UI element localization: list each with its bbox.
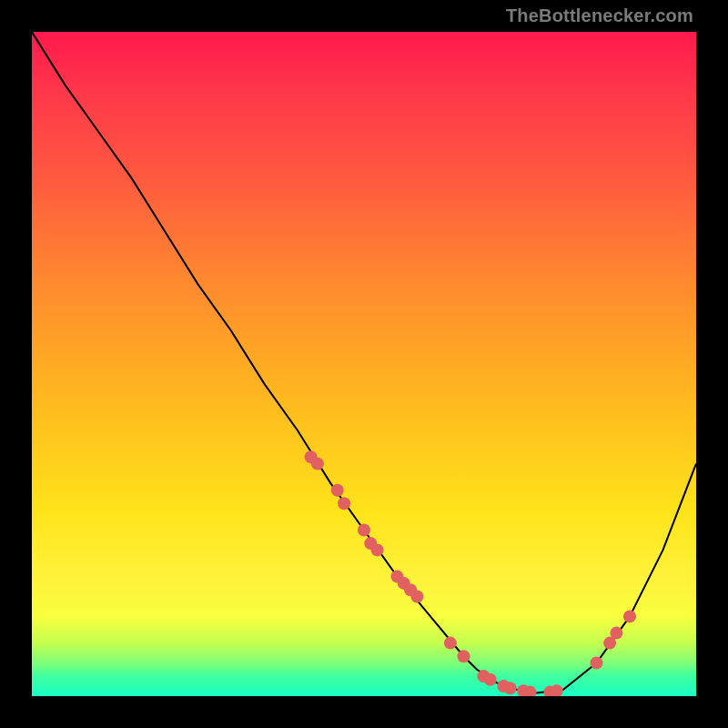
bottleneck-curve xyxy=(32,32,696,693)
data-marker xyxy=(410,591,423,603)
data-marker xyxy=(338,497,350,510)
data-marker xyxy=(371,543,384,556)
plot-area xyxy=(32,32,696,696)
data-marker xyxy=(504,682,517,694)
data-marker xyxy=(458,650,470,662)
marker-group xyxy=(305,450,636,696)
data-marker xyxy=(358,524,370,537)
data-marker xyxy=(444,637,457,650)
chart-svg xyxy=(32,32,696,696)
data-marker xyxy=(484,673,497,686)
watermark-text: TheBottlenecker.com xyxy=(506,5,693,26)
data-marker xyxy=(610,627,622,640)
data-marker xyxy=(623,610,636,622)
data-marker xyxy=(591,657,603,670)
data-marker xyxy=(331,484,344,497)
data-marker xyxy=(311,458,324,470)
